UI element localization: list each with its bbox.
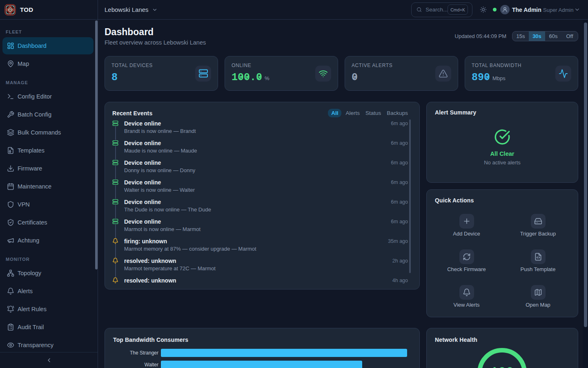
svg-text:100: 100 [490,365,514,368]
